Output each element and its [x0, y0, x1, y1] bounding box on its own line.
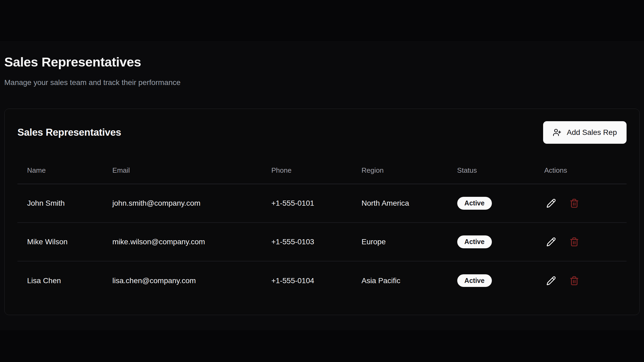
delete-button[interactable] [567, 196, 581, 210]
column-header-phone: Phone [262, 157, 352, 184]
table-row: John Smith john.smith@company.com +1-555… [17, 184, 627, 223]
column-header-actions: Actions [535, 157, 627, 184]
column-header-region: Region [352, 157, 447, 184]
table-row: Mike Wilson mike.wilson@company.com +1-5… [17, 223, 627, 261]
status-badge: Active [457, 274, 492, 287]
cell-email: john.smith@company.com [103, 184, 262, 223]
page-title: Sales Representatives [4, 54, 640, 70]
cell-phone: +1-555-0101 [262, 184, 352, 223]
table-header-row: Name Email Phone Region Status Actions [17, 157, 627, 184]
card-header: Sales Representatives Add Sales Rep [17, 121, 627, 144]
table-row: Lisa Chen lisa.chen@company.com +1-555-0… [17, 261, 627, 300]
trash-icon [569, 237, 579, 247]
cell-name: John Smith [17, 184, 103, 223]
add-sales-rep-button[interactable]: Add Sales Rep [543, 121, 627, 144]
actions-group [544, 196, 627, 210]
cell-region: North America [352, 184, 447, 223]
cell-status: Active [448, 261, 535, 300]
column-header-status: Status [448, 157, 535, 184]
cell-phone: +1-555-0103 [262, 223, 352, 261]
actions-group [544, 274, 627, 288]
cell-email: mike.wilson@company.com [103, 223, 262, 261]
edit-button[interactable] [544, 274, 558, 288]
actions-group [544, 235, 627, 249]
user-plus-icon [553, 128, 561, 137]
main-content: Sales Representatives Manage your sales … [0, 41, 644, 330]
trash-icon [569, 276, 579, 286]
trash-icon [569, 198, 579, 208]
page-subtitle: Manage your sales team and track their p… [4, 77, 640, 88]
cell-email: lisa.chen@company.com [103, 261, 262, 300]
cell-status: Active [448, 223, 535, 261]
cell-phone: +1-555-0104 [262, 261, 352, 300]
column-header-name: Name [17, 157, 103, 184]
cell-actions [535, 223, 627, 261]
status-badge: Active [457, 197, 492, 210]
sales-reps-card: Sales Representatives Add Sales Rep [4, 109, 640, 315]
cell-name: Mike Wilson [17, 223, 103, 261]
delete-button[interactable] [567, 274, 581, 288]
cell-actions [535, 261, 627, 300]
pencil-icon [546, 276, 556, 286]
card-title: Sales Representatives [17, 127, 121, 138]
cell-region: Europe [352, 223, 447, 261]
pencil-icon [546, 237, 556, 247]
delete-button[interactable] [567, 235, 581, 249]
sales-reps-table: Name Email Phone Region Status Actions J… [17, 157, 627, 300]
cell-status: Active [448, 184, 535, 223]
status-badge: Active [457, 235, 492, 248]
cell-region: Asia Pacific [352, 261, 447, 300]
edit-button[interactable] [544, 235, 558, 249]
edit-button[interactable] [544, 196, 558, 210]
cell-name: Lisa Chen [17, 261, 103, 300]
cell-actions [535, 184, 627, 223]
add-sales-rep-button-label: Add Sales Rep [567, 128, 617, 137]
pencil-icon [546, 198, 556, 208]
column-header-email: Email [103, 157, 262, 184]
